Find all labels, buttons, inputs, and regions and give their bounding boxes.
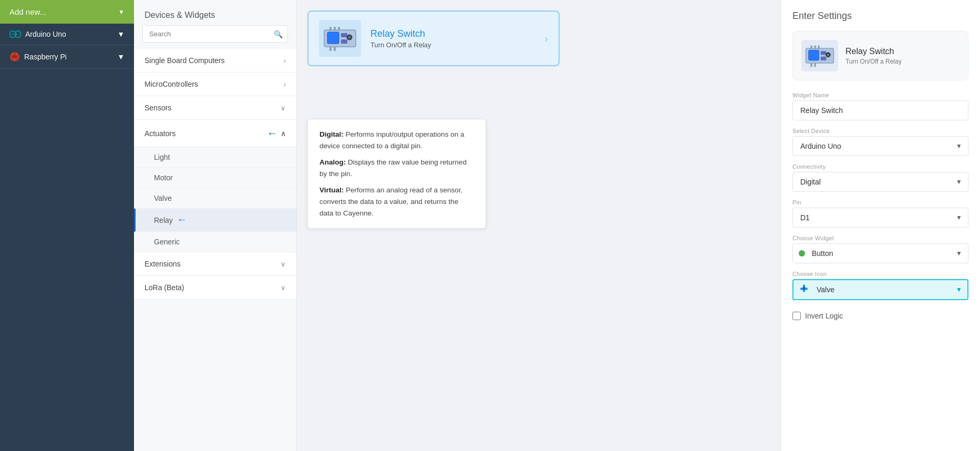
pin-label: Pin bbox=[792, 199, 968, 206]
svg-rect-11 bbox=[327, 32, 339, 44]
preview-name: Relay Switch bbox=[845, 47, 902, 56]
preview-image bbox=[801, 40, 838, 71]
category-microcontrollers[interactable]: MicroControllers › bbox=[134, 73, 296, 96]
relay-image bbox=[322, 24, 358, 53]
choose-icon-field-group: Choose Icon Valve Light Motor Generic ▼ bbox=[792, 271, 968, 300]
category-extensions-label: Extensions bbox=[145, 260, 180, 268]
sub-item-valve[interactable]: Valve bbox=[134, 188, 296, 209]
category-sensors-label: Sensors bbox=[145, 104, 171, 112]
center-content: Relay Switch Turn On/Off a Relay › Digit… bbox=[297, 0, 780, 451]
widget-name-input[interactable] bbox=[792, 100, 968, 120]
pin-select[interactable]: D1 D2 D3 D4 D5 bbox=[792, 208, 968, 228]
svg-rect-12 bbox=[341, 33, 347, 37]
category-extensions[interactable]: Extensions ∨ bbox=[134, 252, 296, 276]
svg-point-7 bbox=[13, 54, 14, 56]
invert-logic-checkbox[interactable] bbox=[792, 312, 801, 320]
choose-icon-chevron-icon: ▼ bbox=[956, 286, 962, 293]
choose-icon-label: Choose Icon bbox=[792, 271, 968, 277]
arduino-icon bbox=[9, 30, 21, 38]
widget-card-image bbox=[319, 20, 361, 57]
category-actuators[interactable]: Actuators ← ∧ bbox=[134, 120, 296, 147]
category-sensors[interactable]: Sensors ∨ bbox=[134, 96, 296, 120]
search-icon[interactable]: 🔍 bbox=[274, 30, 283, 38]
category-mc-label: MicroControllers bbox=[145, 80, 198, 88]
category-lora-label: LoRa (Beta) bbox=[145, 283, 184, 292]
choose-widget-select[interactable]: Button Slider Toggle bbox=[792, 243, 968, 263]
category-lora-chevron-icon: ∨ bbox=[281, 284, 286, 292]
category-single-board-computers[interactable]: Single Board Computers › bbox=[134, 49, 296, 73]
category-sbc-label: Single Board Computers bbox=[145, 56, 225, 65]
settings-panel: Enter Settings Relay bbox=[780, 0, 980, 451]
info-box: Digital: Performs input/output operation… bbox=[307, 119, 486, 229]
info-analog: Analog: Displays the raw value being ret… bbox=[319, 157, 474, 179]
valve-icon bbox=[799, 283, 809, 296]
main-content: Devices & Widgets 🔍 Single Board Compute… bbox=[134, 0, 980, 451]
sub-item-relay-label: Relay bbox=[154, 216, 173, 224]
info-digital-label: Digital: bbox=[319, 130, 344, 138]
sidebar-item-rpi[interactable]: Raspberry Pi ▼ bbox=[0, 45, 134, 69]
info-virtual: Virtual: Performs an analog read of a se… bbox=[319, 184, 474, 219]
invert-logic-group: Invert Logic bbox=[792, 308, 968, 324]
devices-panel-title: Devices & Widgets bbox=[134, 0, 296, 25]
svg-point-8 bbox=[16, 54, 17, 56]
widget-card-arrow-icon: › bbox=[544, 33, 548, 45]
sub-item-motor-label: Motor bbox=[154, 173, 173, 182]
choose-widget-label: Choose Widget bbox=[792, 235, 968, 241]
svg-rect-23 bbox=[821, 51, 827, 55]
info-virtual-label: Virtual: bbox=[319, 186, 344, 194]
rpi-chevron-icon: ▼ bbox=[117, 53, 125, 61]
info-digital: Digital: Performs input/output operation… bbox=[319, 129, 474, 151]
info-analog-label: Analog: bbox=[319, 158, 346, 166]
svg-rect-18 bbox=[338, 27, 340, 31]
svg-rect-27 bbox=[810, 46, 812, 49]
category-actuators-label: Actuators bbox=[145, 129, 176, 138]
sub-item-valve-label: Valve bbox=[154, 194, 172, 202]
widget-card-name: Relay Switch bbox=[370, 28, 431, 39]
category-actuators-chevron-icon: ∧ bbox=[281, 129, 286, 138]
svg-rect-24 bbox=[821, 57, 827, 60]
selected-widget-card[interactable]: Relay Switch Turn On/Off a Relay › bbox=[307, 11, 560, 66]
choose-widget-field-group: Choose Widget Button Slider Toggle ▼ bbox=[792, 235, 968, 263]
sub-item-relay[interactable]: Relay ← bbox=[134, 209, 296, 232]
sub-item-motor[interactable]: Motor bbox=[134, 168, 296, 188]
svg-rect-22 bbox=[809, 50, 819, 60]
devices-panel: Devices & Widgets 🔍 Single Board Compute… bbox=[134, 0, 297, 451]
category-sbc-chevron-icon: › bbox=[284, 57, 286, 65]
preview-relay-image bbox=[804, 43, 835, 69]
svg-point-26 bbox=[827, 54, 829, 56]
add-new-button[interactable]: Add new... ▼ bbox=[0, 0, 134, 24]
settings-widget-preview: Relay Switch Turn On/Off a Relay bbox=[792, 31, 968, 80]
search-input[interactable] bbox=[142, 25, 288, 43]
connectivity-field-group: Connectivity Digital Analog Virtual ▼ bbox=[792, 163, 968, 192]
sub-item-generic[interactable]: Generic bbox=[134, 232, 296, 252]
sub-item-light[interactable]: Light bbox=[134, 147, 296, 168]
settings-title: Enter Settings bbox=[792, 11, 968, 22]
widget-name-label: Widget Name bbox=[792, 92, 968, 98]
arduino-device-label: Arduino Uno bbox=[25, 30, 66, 38]
connectivity-select[interactable]: Digital Analog Virtual bbox=[792, 172, 968, 192]
choose-icon-select[interactable]: Valve Light Motor Generic bbox=[792, 279, 968, 300]
svg-rect-20 bbox=[334, 47, 336, 51]
arduino-chevron-icon: ▼ bbox=[117, 30, 125, 38]
sub-item-light-label: Light bbox=[154, 153, 170, 161]
widget-card-description: Turn On/Off a Relay bbox=[370, 41, 431, 49]
svg-rect-13 bbox=[341, 39, 347, 44]
select-device-label: Select Device bbox=[792, 128, 968, 134]
svg-point-9 bbox=[14, 58, 16, 60]
select-device-select[interactable]: Arduino Uno Raspberry Pi bbox=[792, 136, 968, 156]
actuators-sub-items: Light Motor Valve Relay ← Generic bbox=[134, 147, 296, 252]
preview-description: Turn On/Off a Relay bbox=[845, 58, 902, 65]
category-extensions-chevron-icon: ∨ bbox=[281, 260, 286, 268]
add-new-label: Add new... bbox=[9, 7, 46, 16]
category-lora[interactable]: LoRa (Beta) ∨ bbox=[134, 276, 296, 300]
connectivity-label: Connectivity bbox=[792, 163, 968, 170]
pin-field-group: Pin D1 D2 D3 D4 D5 ▼ bbox=[792, 199, 968, 228]
category-mc-chevron-icon: › bbox=[284, 80, 286, 88]
sidebar-item-arduino[interactable]: Arduino Uno ▼ bbox=[0, 24, 134, 45]
svg-rect-19 bbox=[329, 47, 332, 51]
invert-logic-label: Invert Logic bbox=[805, 312, 843, 320]
svg-rect-28 bbox=[814, 46, 816, 49]
rpi-device-label: Raspberry Pi bbox=[24, 53, 67, 61]
widget-name-field-group: Widget Name bbox=[792, 92, 968, 120]
search-box: 🔍 bbox=[142, 25, 288, 43]
